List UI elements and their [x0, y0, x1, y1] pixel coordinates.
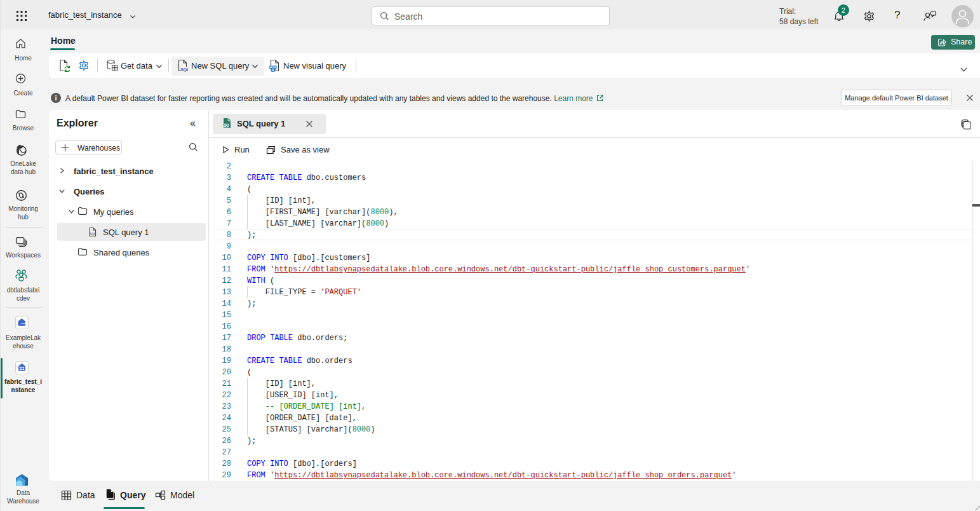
svg-text:SQL: SQL: [180, 67, 188, 72]
svg-text:SQL: SQL: [90, 233, 96, 236]
svg-text:SQL: SQL: [222, 123, 230, 127]
